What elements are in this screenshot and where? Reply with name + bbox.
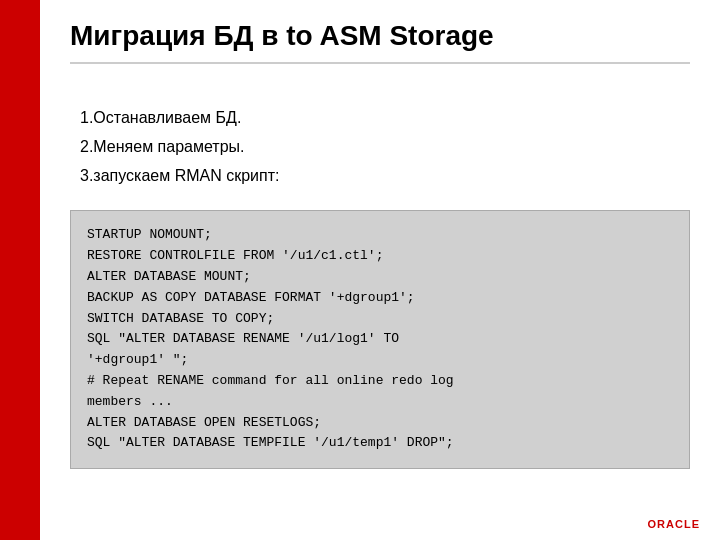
code-block: STARTUP NOMOUNT; RESTORE CONTROLFILE FRO…	[70, 210, 690, 469]
code-line-7: '+dgroup1' ";	[87, 350, 673, 371]
code-line-10: ALTER DATABASE OPEN RESETLOGS;	[87, 413, 673, 434]
code-line-5: SWITCH DATABASE TO COPY;	[87, 309, 673, 330]
code-line-2: RESTORE CONTROLFILE FROM '/u1/c1.ctl';	[87, 246, 673, 267]
step-2: 2.Меняем параметры.	[80, 133, 690, 162]
steps-list: 1.Останавливаем БД. 2.Меняем параметры. …	[70, 104, 690, 190]
page-title: Миграция БД в to ASM Storage	[70, 20, 690, 64]
code-line-6: SQL "ALTER DATABASE RENAME '/u1/log1' TO	[87, 329, 673, 350]
code-line-8: # Repeat RENAME command for all online r…	[87, 371, 673, 392]
red-accent-bar	[0, 0, 40, 540]
main-content: Миграция БД в to ASM Storage 1.Останавли…	[40, 0, 720, 540]
step-3: 3.запускаем RMAN скрипт:	[80, 162, 690, 191]
code-line-4: BACKUP AS COPY DATABASE FORMAT '+dgroup1…	[87, 288, 673, 309]
oracle-logo: ORACLE	[648, 518, 700, 530]
code-line-9: members ...	[87, 392, 673, 413]
code-line-11: SQL "ALTER DATABASE TEMPFILE '/u1/temp1'…	[87, 433, 673, 454]
step-1: 1.Останавливаем БД.	[80, 104, 690, 133]
code-line-1: STARTUP NOMOUNT;	[87, 225, 673, 246]
code-line-3: ALTER DATABASE MOUNT;	[87, 267, 673, 288]
